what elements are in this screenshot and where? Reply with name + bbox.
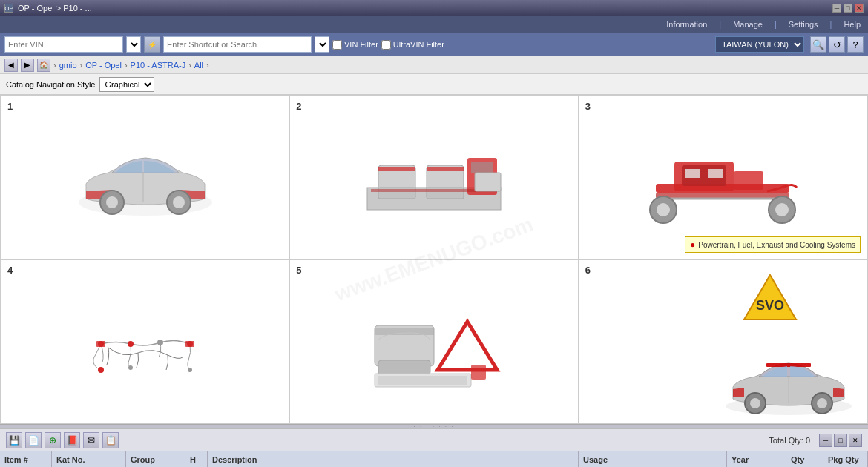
total-qty: Total Qty: 0 — [769, 436, 810, 445]
grid-cell-3[interactable]: 3 — [579, 96, 867, 259]
home-button[interactable]: 🏠 — [37, 59, 50, 72]
catalog-style-select[interactable]: GraphicalListTree — [99, 77, 154, 92]
menu-information[interactable]: Information — [666, 20, 707, 29]
svo-sign-svg: SVO — [740, 271, 800, 327]
main-content-area: 1 — [0, 95, 868, 424]
grid-cell-1[interactable]: 1 — [1, 96, 289, 259]
svg-point-26 — [657, 203, 670, 216]
car-body-svg — [64, 136, 227, 232]
svg-point-30 — [128, 341, 134, 347]
svo-car-svg — [714, 341, 863, 415]
cell-image-5 — [296, 278, 571, 417]
col-description: Description — [208, 451, 579, 467]
menu-manage[interactable]: Manage — [733, 20, 763, 29]
breadcrumb-opel[interactable]: OP - Opel — [85, 61, 122, 70]
region-selector[interactable]: TAIWAN (YULON) — [715, 36, 804, 53]
svg-rect-16 — [475, 173, 501, 191]
forward-button[interactable]: ▶ — [21, 59, 34, 72]
breadcrumb-bar: ◀ ▶ 🏠 › gmio › OP - Opel › P10 - ASTRA-J… — [0, 56, 868, 74]
vin-dropdown[interactable] — [126, 36, 141, 53]
win-restore-btn[interactable]: □ — [834, 434, 847, 447]
svg-rect-40 — [375, 328, 434, 335]
cell-number-2: 2 — [296, 101, 301, 112]
svg-point-33 — [98, 367, 104, 373]
interior-svg — [352, 136, 516, 232]
clipboard-icon-btn[interactable]: 📋 — [102, 432, 119, 448]
catalog-style-label: Catalog Navigation Style — [6, 80, 95, 89]
breadcrumb-p10[interactable]: P10 - ASTRA-J — [131, 61, 186, 70]
image-grid: 1 — [0, 95, 868, 424]
powertrain-svg — [641, 136, 804, 232]
search-dropdown[interactable] — [315, 36, 329, 53]
svg-rect-14 — [471, 162, 493, 173]
svg-point-28 — [775, 203, 789, 216]
search-input[interactable] — [163, 36, 312, 53]
table-header: Item # Kat No. Group H Description Usage… — [0, 451, 868, 467]
cell-number-1: 1 — [7, 101, 13, 112]
cell-3-tooltip: ● Powertrain, Fuel, Exhaust and Cooling … — [685, 236, 861, 253]
cell-image-1 — [7, 114, 283, 253]
help-icon-btn[interactable]: ? — [847, 36, 864, 53]
ultravin-filter-checkbox[interactable] — [381, 40, 391, 50]
svg-rect-49 — [766, 363, 811, 367]
svg-point-3 — [106, 196, 118, 208]
svg-rect-36 — [96, 341, 105, 347]
cell-image-4 — [7, 278, 283, 417]
grid-cell-2[interactable]: 2 — [289, 96, 578, 259]
cell-number-4: 4 — [7, 265, 13, 276]
book-icon-btn[interactable]: 📕 — [64, 432, 80, 448]
svg-rect-44 — [378, 376, 467, 385]
vin-go-button[interactable]: ⚡ — [144, 36, 160, 53]
window-controls: ─ □ ✕ — [819, 434, 862, 447]
col-item: Item # — [0, 451, 52, 467]
maximize-button[interactable]: □ — [844, 4, 852, 13]
svg-text:SVO: SVO — [756, 298, 784, 313]
win-minimize-btn[interactable]: ─ — [819, 434, 832, 447]
svg-point-34 — [128, 365, 133, 370]
grid-cell-6[interactable]: 6 SVO — [579, 259, 867, 423]
bottom-toolbar: 💾 📄 ⊕ 📕 ✉ 📋 Total Qty: 0 ─ □ ✕ — [0, 428, 868, 451]
app-icon: OP — [4, 4, 13, 13]
svg-point-35 — [188, 368, 192, 372]
grid-cell-5[interactable]: 5 — [289, 259, 578, 423]
accessories-svg — [352, 299, 516, 396]
svg-rect-45 — [471, 365, 486, 380]
window-title: OP - Opel > P10 - ... — [18, 4, 92, 13]
col-pkgqty: Pkg Qty — [823, 451, 868, 467]
email-icon-btn[interactable]: ✉ — [83, 432, 99, 448]
menu-help[interactable]: Help — [844, 20, 861, 29]
vin-filter-label[interactable]: VIN Filter — [332, 40, 378, 50]
col-usage: Usage — [579, 451, 727, 467]
add-icon-btn[interactable]: ⊕ — [45, 432, 61, 448]
svg-rect-12 — [427, 167, 464, 171]
grid-cell-4[interactable]: 4 — [1, 259, 289, 423]
svg-point-54 — [817, 398, 827, 408]
col-year: Year — [727, 451, 786, 467]
menu-bar: Information | Manage | Settings | Help — [0, 16, 868, 33]
win-close-btn[interactable]: ✕ — [849, 434, 862, 447]
vin-input[interactable] — [4, 36, 123, 53]
close-button[interactable]: ✕ — [855, 4, 864, 13]
breadcrumb-all[interactable]: All — [194, 61, 203, 70]
ultravin-filter-label[interactable]: UltraVIN Filter — [381, 40, 444, 50]
svg-rect-11 — [378, 167, 415, 171]
toolbar: ⚡ VIN Filter UltraVIN Filter TAIWAN (YUL… — [0, 33, 868, 56]
col-katno: Kat No. — [52, 451, 126, 467]
minimize-button[interactable]: ─ — [832, 4, 841, 13]
search-icon-btn[interactable]: 🔍 — [810, 36, 826, 53]
cell-number-6: 6 — [585, 265, 591, 276]
back-button[interactable]: ◀ — [4, 59, 18, 72]
breadcrumb-gmio[interactable]: gmio — [59, 61, 77, 70]
vin-filter-checkbox[interactable] — [332, 40, 342, 50]
wiring-svg — [64, 299, 227, 396]
refresh-icon-btn[interactable]: ↺ — [829, 36, 845, 53]
page-icon-btn[interactable]: 📄 — [25, 432, 42, 448]
svg-marker-46 — [744, 275, 796, 319]
svg-point-5 — [173, 196, 185, 208]
menu-settings[interactable]: Settings — [789, 20, 818, 29]
svg-rect-39 — [378, 360, 430, 375]
svg-rect-37 — [185, 341, 194, 347]
save-icon-btn[interactable]: 💾 — [6, 432, 22, 448]
svg-rect-22 — [708, 169, 723, 178]
svg-point-31 — [157, 340, 163, 345]
